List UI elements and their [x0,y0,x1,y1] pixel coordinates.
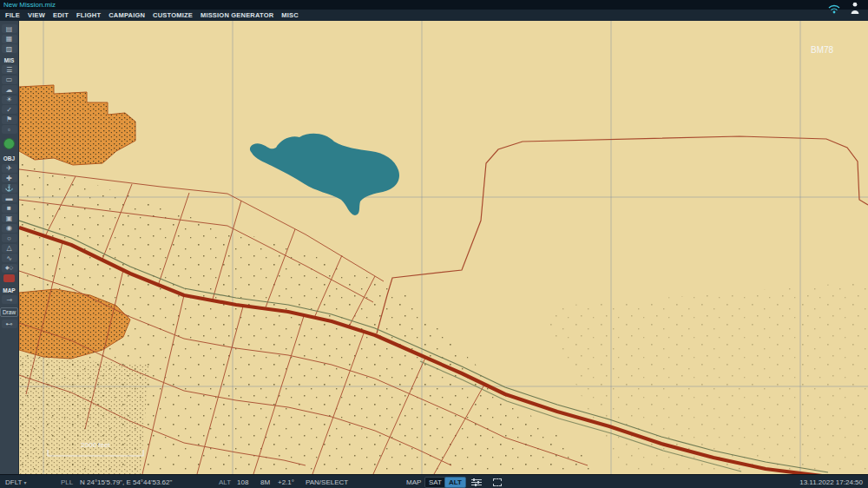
save-icon[interactable]: ▦ [2,35,17,43]
menu-bar: FILE VIEW EDIT FLIGHT CAMPAIGN CUSTOMIZE… [0,10,868,21]
markers-icon[interactable]: ◆◇ [2,264,17,273]
coord-format-toggle[interactable]: PLL [61,478,73,486]
camera-angle-value: +2.1° [278,478,294,486]
flag-icon[interactable]: ⚑ [2,115,17,124]
sat-layer-button[interactable]: SAT [424,477,446,488]
mission-editor-window: New Mission.miz FILE VIEW EDIT FLIGHT CA… [0,0,868,488]
status-bar: DFLT ▾ PLL N 24°15'5.79", E 54°44'53.62"… [0,474,868,488]
sidebar-section-map: MAP [3,287,15,293]
sidebar-section-mis: MIS [4,57,15,63]
ship-group-icon[interactable]: ⚓ [2,184,17,193]
key-icon[interactable]: ⊸ [2,295,17,304]
airplane-group-icon[interactable]: ✈ [2,164,17,173]
datetime-readout: 13.11.2022 17:24:50 [799,478,863,486]
mission-options-icon[interactable]: ☰ [2,65,17,74]
map-scale-label: 2000 feet [81,441,110,449]
window-title: New Mission.miz [3,1,56,10]
menu-campaign[interactable]: CAMPAIGN [108,11,145,19]
menu-edit[interactable]: EDIT [53,11,69,19]
open-folder-icon[interactable]: ▤ [2,24,17,33]
draw-button[interactable]: Draw [0,307,18,317]
title-bar: New Mission.miz [0,0,868,10]
trigger-zone-icon[interactable]: ○ [2,234,17,242]
map-layer-button[interactable]: MAP [406,478,421,486]
menu-customize[interactable]: CUSTOMIZE [153,11,193,19]
helicopter-group-icon[interactable]: ✚ [2,174,17,182]
alt-label: ALT [219,478,231,486]
wifi-icon[interactable] [828,2,840,17]
menu-file[interactable]: FILE [5,11,20,19]
delete-button[interactable] [3,274,15,282]
map-canvas[interactable]: BM78 2000 feet [19,21,868,474]
titlebar-status-icons [828,2,859,18]
weather-icon[interactable]: ☁ [2,85,17,94]
map-viewport: BM78 2000 feet [19,21,868,474]
chevron-down-icon: ▾ [24,480,27,485]
dashed-box-glyph [493,478,502,486]
summary-icon[interactable]: ▫ [2,125,17,134]
template-icon[interactable]: ▣ [2,214,17,222]
sealane-icon[interactable]: △ [2,244,17,253]
menu-misc[interactable]: MISC [281,11,299,19]
filters-icon[interactable] [470,478,483,486]
add-unit-button[interactable] [3,138,15,149]
vehicle-group-icon[interactable]: ▬ [2,194,17,202]
farp-icon[interactable]: ◉ [2,224,17,233]
user-icon[interactable] [851,2,859,18]
profile-label: DFLT [5,478,22,486]
static-object-icon[interactable]: ■ [2,204,17,213]
coordinates-readout: N 24°15'5.79", E 54°44'53.62" [80,478,172,486]
profile-dropdown[interactable]: DFLT ▾ [5,478,27,486]
menu-mission-generator[interactable]: MISSION GENERATOR [201,11,273,19]
alt-layer-button[interactable]: ALT [444,477,466,488]
briefing-icon[interactable]: ▭ [2,76,17,84]
goals-icon[interactable]: ✓ [2,105,17,114]
left-toolbar: ▤ ▦ ▨ MIS ☰ ▭ ☁ ☀ ✓ ⚑ ▫ OBJ ✈ ✚ ⚓ ▬ ■ ▣ … [0,21,19,474]
briefcase-icon[interactable]: ▨ [2,44,17,53]
grid-square-label: BM78 [811,45,834,55]
sidebar-section-obj: OBJ [3,155,15,162]
alt-value: 108 [237,478,248,486]
time-icon[interactable]: ☀ [2,96,17,104]
selection-box-icon[interactable] [491,478,503,486]
measure-icon[interactable]: ⊷ [2,320,17,328]
mode-indicator: PAN/SELECT [306,478,348,486]
menu-flight[interactable]: FLIGHT [76,11,101,19]
menu-view[interactable]: VIEW [28,11,45,19]
route-icon[interactable]: ∿ [2,254,17,262]
zoom-scale-value: 8M [260,478,270,486]
